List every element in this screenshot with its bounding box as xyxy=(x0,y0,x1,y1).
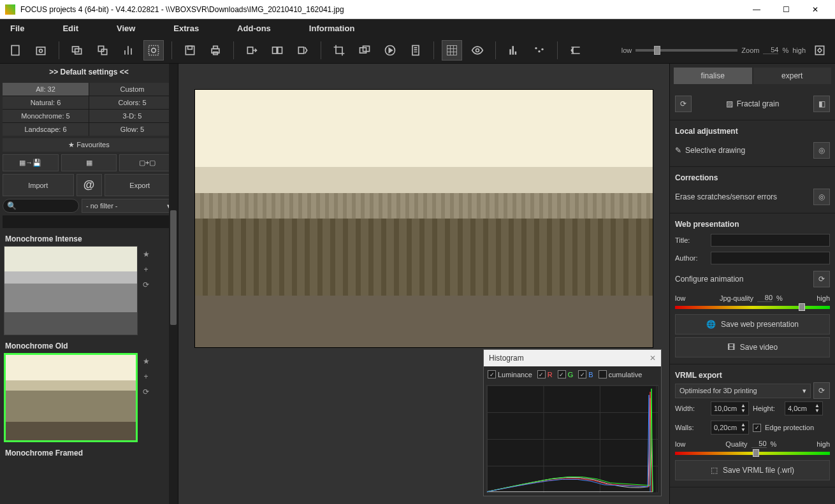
cat-glow[interactable]: Glow: 5 xyxy=(89,123,175,136)
cat-landscape[interactable]: Landscape: 6 xyxy=(3,123,89,136)
vrml-preset-dropdown[interactable]: Optimised for 3D printing▾ xyxy=(675,384,811,398)
histogram-close-icon[interactable]: ✕ xyxy=(650,354,656,363)
plus-icon[interactable]: + xyxy=(140,264,152,275)
cat-3d[interactable]: 3-D: 5 xyxy=(89,110,175,122)
target-icon[interactable]: ◎ xyxy=(813,142,830,159)
favourites-button[interactable]: ★ Favourites xyxy=(3,138,175,152)
save-icon[interactable] xyxy=(180,40,200,61)
low-label: low xyxy=(675,294,686,302)
zoom-pct: % xyxy=(782,47,788,54)
export2-icon[interactable] xyxy=(267,40,287,61)
vrml-quality-slider[interactable] xyxy=(675,452,830,455)
refresh-icon[interactable]: ⟳ xyxy=(675,96,692,112)
combine-button[interactable]: ▢+▢ xyxy=(119,154,175,171)
brushes-icon[interactable] xyxy=(118,40,138,61)
crop-icon[interactable] xyxy=(329,40,349,61)
export1-icon[interactable] xyxy=(242,40,262,61)
jpg-quality-slider[interactable] xyxy=(675,306,830,309)
zoom-slider[interactable] xyxy=(635,49,737,52)
author-input[interactable] xyxy=(711,252,830,264)
jpg-quality-label: Jpg-quality xyxy=(720,294,753,302)
batch-icon[interactable] xyxy=(354,40,375,61)
menu-extras[interactable]: Extras xyxy=(173,24,199,33)
plus-icon[interactable]: + xyxy=(140,371,152,382)
export3-icon[interactable] xyxy=(293,40,313,61)
menu-addons[interactable]: Add-ons xyxy=(237,24,271,33)
import-button[interactable]: Import xyxy=(3,174,74,196)
title-input[interactable] xyxy=(711,234,830,247)
tab-finalise[interactable]: finalise xyxy=(674,68,752,84)
menu-view[interactable]: View xyxy=(117,24,135,33)
images-icon[interactable] xyxy=(67,40,87,61)
hist-luminance-check[interactable]: Luminance xyxy=(488,370,532,378)
filter-label: - no filter - xyxy=(86,202,118,210)
refresh-icon[interactable]: ⟳ xyxy=(813,271,830,287)
edge-protection-check[interactable] xyxy=(753,424,761,432)
at-button[interactable]: @ xyxy=(76,174,102,196)
print-icon[interactable] xyxy=(205,40,226,61)
grid-icon[interactable] xyxy=(442,40,462,61)
category-grid: All: 32 Custom Natural: 6 Colors: 5 Mono… xyxy=(3,83,175,136)
cat-monochrome[interactable]: Monochrome: 5 xyxy=(3,110,89,122)
window-title: FOCUS projects 4 (64-bit) - V4.42.02821 … xyxy=(20,5,742,14)
jpg-quality-value: 80 xyxy=(757,294,773,302)
eraser-icon[interactable]: ◧ xyxy=(813,96,830,112)
new-icon[interactable] xyxy=(5,40,25,61)
open-icon[interactable] xyxy=(31,40,51,61)
eye-icon[interactable] xyxy=(467,40,488,61)
save-web-button[interactable]: 🌐 Save web presentation xyxy=(675,314,830,335)
dots-icon[interactable] xyxy=(529,40,549,61)
timeline-icon[interactable] xyxy=(565,40,586,61)
hist-r-check[interactable]: R xyxy=(537,370,553,378)
menu-edit[interactable]: Edit xyxy=(62,24,78,33)
histogram-titlebar[interactable]: Histogram ✕ xyxy=(484,350,661,366)
tab-expert[interactable]: expert xyxy=(753,68,832,84)
preset-thumbnail-selected[interactable] xyxy=(4,353,138,442)
star-icon[interactable]: ★ xyxy=(140,248,152,260)
export-button[interactable]: Export xyxy=(105,174,176,196)
configure-animation-label: Configure animation xyxy=(675,275,743,284)
hist-g-check[interactable]: G xyxy=(558,370,574,378)
preset-thumbnail[interactable] xyxy=(4,246,138,335)
width-input[interactable]: 10,0cm▲▼ xyxy=(711,401,749,415)
left-scrollbar[interactable] xyxy=(169,64,178,504)
menu-information[interactable]: Information xyxy=(309,24,355,33)
save-video-button[interactable]: 🎞 Save video xyxy=(675,337,830,357)
grain-icon: ▨ xyxy=(726,99,733,108)
save-vrml-button[interactable]: ⬚ Save VRML file (.wrl) xyxy=(675,460,830,480)
play-icon[interactable] xyxy=(380,40,400,61)
svg-rect-15 xyxy=(273,47,277,54)
image-view[interactable] xyxy=(194,89,653,348)
refresh-icon[interactable]: ⟳ xyxy=(140,279,152,291)
grid-save-button[interactable]: ▦→💾 xyxy=(3,154,59,171)
default-settings-button[interactable]: >> Default settings << xyxy=(0,64,178,80)
fit-icon[interactable] xyxy=(810,40,830,61)
menu-file[interactable]: File xyxy=(10,24,24,33)
author-label: Author: xyxy=(675,254,707,262)
refresh-icon[interactable]: ⟳ xyxy=(140,386,152,398)
save-vrml-label: Save VRML file (.wrl) xyxy=(723,466,794,475)
hist-cumulative-check[interactable]: cumulative xyxy=(599,370,643,378)
settings-icon[interactable] xyxy=(143,40,164,61)
walls-input[interactable]: 0,20cm▲▼ xyxy=(711,421,749,435)
preset-search[interactable]: 🔍 xyxy=(3,199,79,213)
histogram-icon[interactable] xyxy=(504,40,524,61)
maximize-button[interactable]: ☐ xyxy=(771,0,801,19)
refresh-icon[interactable]: ⟳ xyxy=(813,382,830,399)
layers-icon[interactable] xyxy=(92,40,113,61)
cat-natural[interactable]: Natural: 6 xyxy=(3,96,89,109)
star-icon[interactable]: ★ xyxy=(140,356,152,367)
minimize-button[interactable]: — xyxy=(742,0,771,19)
favourites-label: Favourites xyxy=(76,141,109,148)
cat-custom[interactable]: Custom xyxy=(89,83,175,96)
grid-button[interactable]: ▦ xyxy=(61,154,117,171)
histogram-panel: Histogram ✕ Luminance R G B cumulative xyxy=(483,349,662,496)
height-input[interactable]: 4,0cm▲▼ xyxy=(785,401,823,415)
cat-colors[interactable]: Colors: 5 xyxy=(89,96,175,109)
filter-dropdown[interactable]: - no filter -▾ xyxy=(82,199,175,213)
target-icon[interactable]: ◎ xyxy=(813,189,830,205)
close-button[interactable]: ✕ xyxy=(801,0,830,19)
hist-b-check[interactable]: B xyxy=(578,370,593,378)
info-icon[interactable] xyxy=(405,40,426,61)
cat-all[interactable]: All: 32 xyxy=(3,83,89,96)
